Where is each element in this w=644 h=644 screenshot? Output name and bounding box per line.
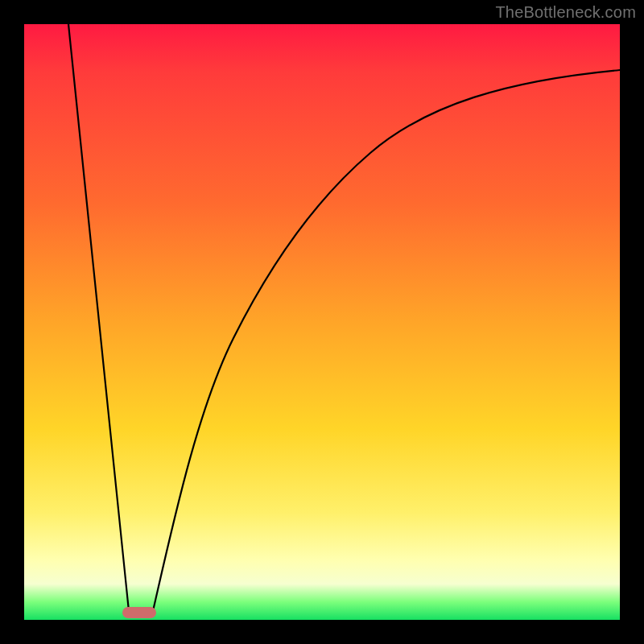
outer-frame: TheBottleneck.com — [0, 0, 644, 644]
right-curve — [153, 70, 620, 611]
left-line — [68, 24, 129, 611]
curve-layer — [24, 24, 620, 620]
watermark-text: TheBottleneck.com — [495, 3, 636, 22]
min-marker — [122, 607, 156, 618]
plot-area — [24, 24, 620, 620]
